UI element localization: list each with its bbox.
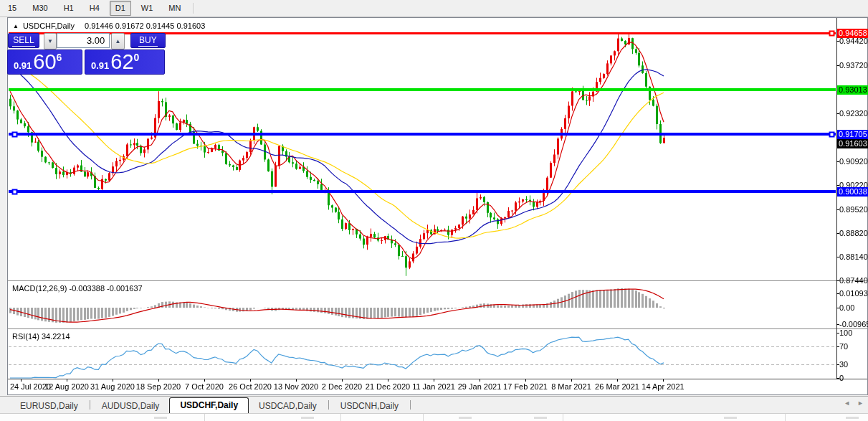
timeframe-button-h4[interactable]: H4: [84, 1, 105, 16]
macd-indicator-label: MACD(12,26,9) -0.003388 -0.001637: [12, 284, 143, 293]
toolbar-separator: [193, 3, 194, 14]
sliver-fragment: [724, 417, 737, 419]
sliver-fragment: [301, 417, 314, 419]
date-tick-label: 14 Apr 2021: [642, 382, 684, 391]
macd-tick-label: 0.00: [839, 303, 868, 313]
price-tick-label: 0.87440: [839, 276, 868, 285]
chart-title-row: ▲ USDCHF,Daily 0.91446 0.91672 0.91445 0…: [13, 21, 205, 31]
sliver-fragment: [846, 417, 859, 419]
volume-input[interactable]: [57, 33, 110, 48]
buy-button-label: BUY: [138, 35, 158, 47]
date-tick-label: 17 Feb 2021: [503, 382, 548, 391]
chart-tab-bar: EURUSD,DailyAUDUSD,DailyUSDCHF,DailyUSDC…: [0, 396, 868, 413]
trade-panel-prices: 0.91 60 6 0.91 62 0: [7, 49, 166, 75]
sell-price-big-digits: 60: [33, 50, 56, 74]
sliver-separator: [785, 414, 786, 421]
timeframe-button-w1[interactable]: W1: [135, 1, 159, 16]
sliver-fragment: [154, 417, 167, 419]
sell-button-label: SELL: [12, 35, 34, 47]
price-line-label: 0.94658: [837, 29, 868, 38]
tab-scroll-arrows: ◄ ►: [844, 399, 864, 407]
price-tick-label: 0.88820: [839, 229, 868, 238]
sell-price-pip-digit: 6: [57, 50, 62, 74]
rsi-indicator-label: RSI(14) 34.2214: [12, 332, 70, 341]
volume-increase-button[interactable]: ▲: [111, 33, 124, 49]
date-tick-label: 29 Jan 2021: [458, 382, 502, 391]
current-price-label: 0.91603: [837, 139, 868, 148]
tab-usdchf[interactable]: USDCHF,Daily: [169, 397, 249, 413]
price-tick-label: 0.89520: [839, 205, 868, 214]
tab-scroll-right-icon[interactable]: ►: [857, 399, 864, 407]
buy-price-display[interactable]: 0.91 62 0: [85, 49, 165, 75]
price-tick-label: 0.88140: [839, 252, 868, 262]
timeframe-button-h1[interactable]: H1: [58, 1, 80, 16]
buy-button[interactable]: BUY: [130, 33, 166, 48]
rsi-tick-label: 30: [839, 360, 868, 369]
buy-price-prefix: 0.91: [85, 60, 110, 74]
price-tick-label: 0.92320: [839, 109, 868, 118]
collapse-arrow-icon[interactable]: ▲: [13, 23, 19, 29]
date-tick-label: 31 Aug 2020: [90, 382, 135, 391]
mt4-terminal: { "toolbar": { "timeframes": [ {"label":…: [0, 0, 868, 421]
price-line-label: 0.90038: [837, 187, 868, 197]
rsi-tick-label: 70: [839, 342, 868, 351]
timeframe-button-m30[interactable]: M30: [27, 1, 53, 16]
tab-audusd[interactable]: AUDUSD,Daily: [92, 399, 170, 413]
sliver-separator: [563, 414, 563, 421]
background-window-sliver: [0, 413, 868, 421]
timeframe-button-15[interactable]: 15: [2, 1, 22, 16]
trade-panel-controls: SELL ▼ ▲ BUY: [7, 33, 166, 48]
sliver-separator: [204, 414, 205, 421]
volume-decrease-button[interactable]: ▼: [44, 33, 57, 49]
chart-ohlc-quotes: 0.91446 0.91672 0.91445 0.91603: [85, 22, 205, 30]
chart-symbol-title: USDCHF,Daily: [23, 22, 75, 30]
sell-price-display[interactable]: 0.91 60 6: [7, 49, 82, 75]
spin-up-icon: ▲: [115, 38, 121, 44]
price-tick-label: 0.93720: [839, 61, 868, 70]
date-tick-label: 21 Dec 2020: [366, 382, 410, 391]
rsi-tick-label: 0: [839, 374, 868, 383]
sliver-fragment: [534, 417, 547, 419]
sell-price-prefix: 0.91: [8, 60, 33, 74]
buy-price-pip-digit: 0: [134, 50, 140, 74]
tab-separator: [410, 400, 411, 410]
date-tick-label: 12 Aug 2020: [44, 382, 89, 391]
date-tick-label: 2 Dec 2020: [322, 382, 362, 391]
price-line-label: 0.93013: [837, 85, 868, 95]
sliver-fragment: [459, 417, 472, 419]
tab-separator: [328, 400, 329, 410]
date-tick-label: 13 Nov 2020: [274, 382, 318, 391]
tab-usdcnh[interactable]: USDCNH,Daily: [330, 399, 409, 413]
buy-price-big-digits: 62: [110, 50, 133, 74]
sliver-separator: [340, 414, 341, 421]
date-tick-label: 18 Sep 2020: [136, 382, 181, 391]
timeframe-button-d1[interactable]: D1: [110, 1, 131, 16]
tab-eurusd[interactable]: EURUSD,Daily: [10, 399, 88, 413]
timeframe-button-mn[interactable]: MN: [163, 1, 186, 16]
date-tick-label: 26 Oct 2020: [229, 382, 272, 391]
macd-tick-label: 0.010933: [839, 289, 868, 298]
date-tick-label: 11 Jan 2021: [412, 382, 455, 391]
date-tick-label: 8 Mar 2021: [551, 382, 591, 391]
tab-usdcad[interactable]: USDCAD,Daily: [249, 399, 327, 413]
timeframe-toolbar: 15M30H1H4D1W1MN: [0, 0, 868, 17]
date-tick-label: 26 Mar 2021: [595, 382, 639, 391]
price-line-label: 0.91705: [837, 130, 868, 139]
one-click-trade-panel: SELL ▼ ▲ BUY 0.91 60 6 0.91 62 0: [7, 33, 166, 75]
rsi-tick-label: 100: [839, 328, 868, 338]
date-tick-label: 7 Oct 2020: [185, 382, 224, 391]
sliver-separator: [423, 414, 424, 421]
price-tick-label: 0.90920: [839, 157, 868, 166]
tab-separator: [90, 400, 90, 410]
spin-down-icon: ▼: [47, 38, 53, 44]
sell-button[interactable]: SELL: [8, 33, 39, 48]
tab-scroll-left-icon[interactable]: ◄: [844, 399, 850, 407]
